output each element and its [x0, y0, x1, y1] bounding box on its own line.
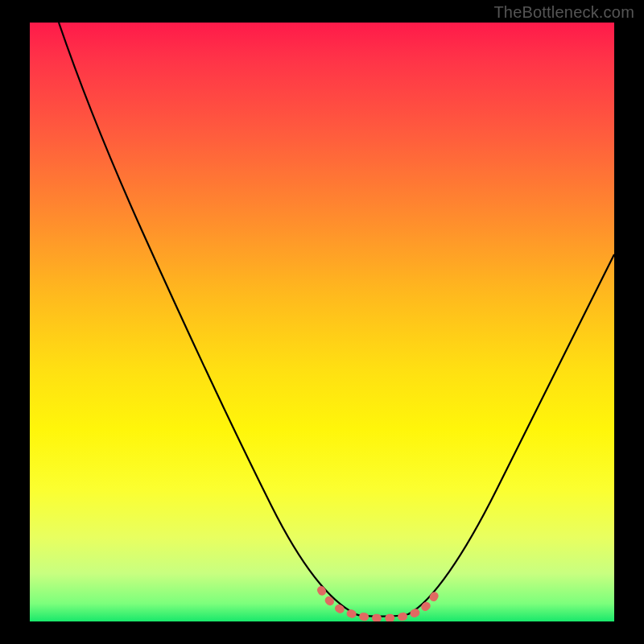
- curve-overlay: [30, 23, 614, 621]
- watermark-text: TheBottleneck.com: [493, 3, 634, 22]
- bottleneck-curve: [59, 23, 614, 617]
- plot-area: [30, 23, 614, 621]
- chart-frame: TheBottleneck.com: [0, 0, 644, 644]
- valley-marker: [321, 590, 436, 618]
